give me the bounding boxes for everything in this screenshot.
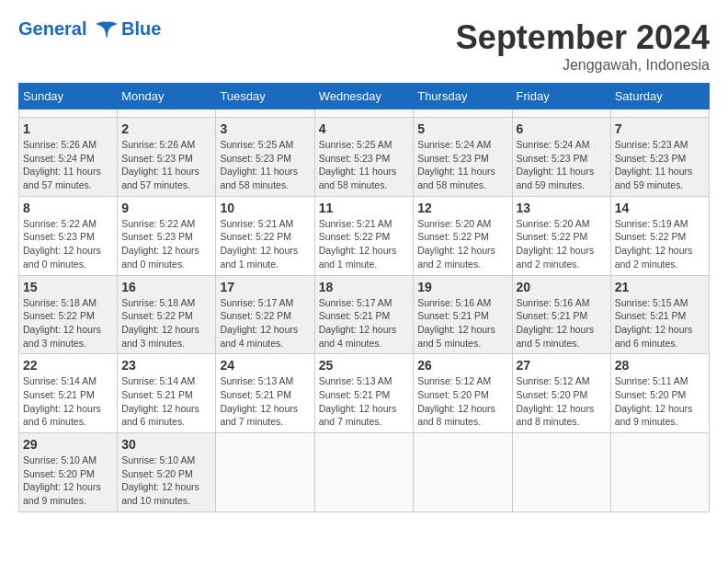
sunrise: Sunrise: 5:26 AM bbox=[121, 139, 195, 150]
sunset: Sunset: 5:22 PM bbox=[220, 310, 291, 321]
title-section: September 2024 Jenggawah, Indonesia bbox=[456, 18, 710, 74]
day-number: 27 bbox=[517, 358, 607, 373]
daylight: Daylight: 12 hours and 9 minutes. bbox=[615, 403, 693, 428]
daylight: Daylight: 12 hours and 6 minutes. bbox=[23, 403, 101, 428]
table-row bbox=[118, 109, 216, 118]
sunrise: Sunrise: 5:20 AM bbox=[517, 218, 590, 229]
sunset: Sunset: 5:23 PM bbox=[417, 153, 489, 164]
table-row: 13 Sunrise: 5:20 AM Sunset: 5:22 PM Dayl… bbox=[512, 196, 610, 275]
day-number: 4 bbox=[319, 121, 410, 136]
day-info: Sunrise: 5:18 AM Sunset: 5:22 PM Dayligh… bbox=[121, 296, 211, 350]
daylight: Daylight: 12 hours and 4 minutes. bbox=[319, 324, 397, 349]
logo-text-blue: Blue bbox=[121, 18, 161, 40]
table-row bbox=[414, 433, 512, 512]
daylight: Daylight: 12 hours and 4 minutes. bbox=[220, 324, 298, 349]
day-number: 20 bbox=[517, 280, 607, 294]
table-row: 23 Sunrise: 5:14 AM Sunset: 5:21 PM Dayl… bbox=[118, 354, 216, 433]
day-info: Sunrise: 5:14 AM Sunset: 5:21 PM Dayligh… bbox=[121, 374, 211, 429]
day-number: 23 bbox=[121, 358, 211, 373]
header-monday: Monday bbox=[118, 84, 216, 109]
day-number: 8 bbox=[23, 201, 113, 215]
sunset: Sunset: 5:22 PM bbox=[220, 231, 291, 242]
table-row bbox=[610, 109, 709, 118]
daylight: Daylight: 12 hours and 1 minute. bbox=[319, 245, 397, 270]
daylight: Daylight: 12 hours and 2 minutes. bbox=[517, 245, 595, 270]
day-number: 5 bbox=[417, 121, 507, 136]
sunset: Sunset: 5:22 PM bbox=[417, 231, 489, 242]
sunrise: Sunrise: 5:18 AM bbox=[23, 297, 97, 308]
day-number: 22 bbox=[23, 358, 113, 373]
table-row bbox=[512, 109, 610, 118]
calendar-row: 15 Sunrise: 5:18 AM Sunset: 5:22 PM Dayl… bbox=[19, 275, 710, 354]
sunrise: Sunrise: 5:25 AM bbox=[319, 139, 392, 150]
daylight: Daylight: 12 hours and 8 minutes. bbox=[417, 403, 495, 428]
sunrise: Sunrise: 5:10 AM bbox=[23, 454, 97, 465]
sunset: Sunset: 5:21 PM bbox=[23, 389, 95, 400]
day-number: 14 bbox=[615, 201, 705, 215]
day-info: Sunrise: 5:21 AM Sunset: 5:22 PM Dayligh… bbox=[220, 217, 310, 271]
sunset: Sunset: 5:22 PM bbox=[23, 310, 95, 321]
logo: General Blue bbox=[18, 18, 161, 40]
sunset: Sunset: 5:22 PM bbox=[319, 231, 391, 242]
table-row: 27 Sunrise: 5:12 AM Sunset: 5:20 PM Dayl… bbox=[512, 354, 610, 433]
day-info: Sunrise: 5:13 AM Sunset: 5:21 PM Dayligh… bbox=[319, 374, 410, 429]
calendar-header-row: Sunday Monday Tuesday Wednesday Thursday… bbox=[19, 84, 710, 109]
day-info: Sunrise: 5:10 AM Sunset: 5:20 PM Dayligh… bbox=[23, 454, 113, 508]
sunrise: Sunrise: 5:14 AM bbox=[121, 375, 195, 386]
day-number: 10 bbox=[220, 201, 310, 215]
calendar-row: 8 Sunrise: 5:22 AM Sunset: 5:23 PM Dayli… bbox=[19, 196, 710, 275]
daylight: Daylight: 12 hours and 9 minutes. bbox=[23, 481, 101, 506]
sunset: Sunset: 5:22 PM bbox=[615, 231, 687, 242]
sunset: Sunset: 5:23 PM bbox=[319, 153, 391, 164]
sunrise: Sunrise: 5:24 AM bbox=[417, 139, 491, 150]
daylight: Daylight: 11 hours and 58 minutes. bbox=[220, 166, 298, 190]
table-row: 21 Sunrise: 5:15 AM Sunset: 5:21 PM Dayl… bbox=[610, 275, 709, 354]
logo-bird-icon bbox=[94, 20, 119, 40]
table-row bbox=[19, 109, 118, 118]
table-row: 22 Sunrise: 5:14 AM Sunset: 5:21 PM Dayl… bbox=[19, 354, 118, 433]
day-number: 25 bbox=[319, 358, 410, 373]
day-number: 11 bbox=[319, 201, 410, 215]
sunset: Sunset: 5:21 PM bbox=[319, 310, 391, 321]
table-row: 1 Sunrise: 5:26 AM Sunset: 5:24 PM Dayli… bbox=[19, 118, 118, 197]
day-info: Sunrise: 5:11 AM Sunset: 5:20 PM Dayligh… bbox=[615, 374, 705, 429]
daylight: Daylight: 12 hours and 1 minute. bbox=[220, 245, 298, 270]
header-thursday: Thursday bbox=[414, 84, 512, 109]
day-info: Sunrise: 5:26 AM Sunset: 5:23 PM Dayligh… bbox=[121, 138, 211, 192]
day-info: Sunrise: 5:16 AM Sunset: 5:21 PM Dayligh… bbox=[417, 296, 507, 350]
sunset: Sunset: 5:21 PM bbox=[517, 310, 588, 321]
day-number: 18 bbox=[319, 280, 410, 294]
sunset: Sunset: 5:21 PM bbox=[615, 310, 687, 321]
calendar-row bbox=[19, 109, 710, 118]
daylight: Daylight: 12 hours and 7 minutes. bbox=[319, 403, 397, 428]
logo-text-general: General bbox=[18, 18, 86, 39]
daylight: Daylight: 12 hours and 5 minutes. bbox=[517, 324, 595, 349]
table-row: 20 Sunrise: 5:16 AM Sunset: 5:21 PM Dayl… bbox=[512, 275, 610, 354]
daylight: Daylight: 12 hours and 7 minutes. bbox=[220, 403, 298, 428]
daylight: Daylight: 12 hours and 2 minutes. bbox=[615, 245, 693, 270]
day-info: Sunrise: 5:16 AM Sunset: 5:21 PM Dayligh… bbox=[517, 296, 607, 350]
day-number: 15 bbox=[23, 280, 113, 294]
table-row: 26 Sunrise: 5:12 AM Sunset: 5:20 PM Dayl… bbox=[414, 354, 512, 433]
table-row: 19 Sunrise: 5:16 AM Sunset: 5:21 PM Dayl… bbox=[414, 275, 512, 354]
day-info: Sunrise: 5:22 AM Sunset: 5:23 PM Dayligh… bbox=[121, 217, 211, 271]
day-number: 21 bbox=[615, 280, 705, 294]
day-info: Sunrise: 5:19 AM Sunset: 5:22 PM Dayligh… bbox=[615, 217, 705, 271]
sunset: Sunset: 5:24 PM bbox=[23, 153, 95, 164]
daylight: Daylight: 12 hours and 0 minutes. bbox=[121, 245, 199, 270]
day-number: 12 bbox=[417, 201, 507, 215]
sunset: Sunset: 5:23 PM bbox=[23, 231, 95, 242]
day-number: 9 bbox=[121, 201, 211, 215]
sunrise: Sunrise: 5:13 AM bbox=[220, 375, 293, 386]
day-info: Sunrise: 5:18 AM Sunset: 5:22 PM Dayligh… bbox=[23, 296, 113, 350]
sunrise: Sunrise: 5:11 AM bbox=[615, 375, 688, 386]
daylight: Daylight: 11 hours and 58 minutes. bbox=[319, 166, 397, 190]
sunrise: Sunrise: 5:14 AM bbox=[23, 375, 97, 386]
day-info: Sunrise: 5:10 AM Sunset: 5:20 PM Dayligh… bbox=[121, 454, 211, 508]
sunset: Sunset: 5:21 PM bbox=[220, 389, 291, 400]
day-info: Sunrise: 5:22 AM Sunset: 5:23 PM Dayligh… bbox=[23, 217, 113, 271]
sunset: Sunset: 5:21 PM bbox=[417, 310, 489, 321]
sunset: Sunset: 5:23 PM bbox=[615, 153, 687, 164]
sunrise: Sunrise: 5:10 AM bbox=[121, 454, 195, 465]
day-info: Sunrise: 5:12 AM Sunset: 5:20 PM Dayligh… bbox=[517, 374, 607, 429]
